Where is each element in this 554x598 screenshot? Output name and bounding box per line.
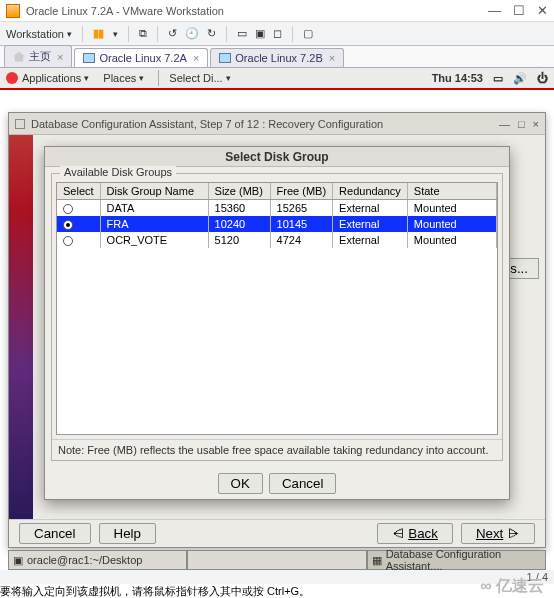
view3-icon[interactable]: ◻ xyxy=(273,27,282,40)
home-icon xyxy=(13,52,25,62)
table-row[interactable]: FRA1024010145ExternalMounted xyxy=(57,216,497,232)
cell-name: DATA xyxy=(100,200,208,217)
maximize-button[interactable]: ☐ xyxy=(513,3,525,18)
taskbar-empty[interactable] xyxy=(187,550,366,570)
gnome-top-bar: Applications ▾ Places ▾ Select Di... ▾ T… xyxy=(0,68,554,90)
ok-button[interactable]: OK xyxy=(218,473,263,494)
header-free[interactable]: Free (MB) xyxy=(270,183,333,200)
table-row[interactable]: OCR_VOTE51204724ExternalMounted xyxy=(57,232,497,248)
status-hint: 要将输入定向到该虚拟机，请将鼠标指针移入其中或按 Ctrl+G。 xyxy=(0,584,310,598)
vmware-tabs: 主页× Oracle Linux 7.2A× Oracle Linux 7.2B… xyxy=(0,46,554,68)
volume-icon[interactable]: ▭ xyxy=(493,72,503,85)
cancel-button[interactable]: Cancel xyxy=(19,523,91,544)
taskbar-dbca[interactable]: ▦Database Configuration Assistant,... xyxy=(367,550,546,570)
dbca-maximize[interactable]: □ xyxy=(518,118,525,130)
guest-taskbar: ▣oracle@rac1:~/Desktop ▦Database Configu… xyxy=(8,550,546,570)
cell-name: OCR_VOTE xyxy=(100,232,208,248)
vmware-toolbar: Workstation ▾ ▮▮ ▾ ⧉ ↺ 🕘 ↻ ▭ ▣ ◻ ▢ xyxy=(0,22,554,46)
cell-size: 15360 xyxy=(208,200,270,217)
sound-icon[interactable]: 🔊 xyxy=(513,72,527,85)
monitor-icon xyxy=(219,53,231,63)
view1-icon[interactable]: ▭ xyxy=(237,27,247,40)
power-icon[interactable]: ⏻ xyxy=(537,72,548,84)
terminal-icon: ▣ xyxy=(13,554,23,567)
vmware-icon xyxy=(6,4,20,18)
cell-state: Mounted xyxy=(407,200,496,217)
vmware-title: Oracle Linux 7.2A - VMware Workstation xyxy=(26,5,224,17)
dbca-titlebar: Database Configuration Assistant, Step 7… xyxy=(9,113,545,135)
dialog-title: Select Disk Group xyxy=(45,147,509,167)
dbca-minimize[interactable]: — xyxy=(499,118,510,130)
cell-free: 15265 xyxy=(270,200,333,217)
clock-icon[interactable]: 🕘 xyxy=(185,27,199,40)
fieldset-legend: Available Disk Groups xyxy=(60,166,176,178)
cell-redundancy: External xyxy=(333,200,408,217)
vmware-titlebar: Oracle Linux 7.2A - VMware Workstation —… xyxy=(0,0,554,22)
note-text: Note: Free (MB) reflects the usable free… xyxy=(52,439,502,460)
header-size[interactable]: Size (MB) xyxy=(208,183,270,200)
table-row[interactable]: DATA1536015265ExternalMounted xyxy=(57,200,497,217)
radio-select[interactable] xyxy=(63,220,73,230)
window-icon xyxy=(15,119,25,129)
cell-state: Mounted xyxy=(407,232,496,248)
applications-menu[interactable]: Applications ▾ xyxy=(22,72,89,84)
cell-redundancy: External xyxy=(333,232,408,248)
dialog-cancel-button[interactable]: Cancel xyxy=(269,473,337,494)
header-redundancy[interactable]: Redundancy xyxy=(333,183,408,200)
watermark: ∞ 亿速云 xyxy=(480,576,544,597)
dbca-title-text: Database Configuration Assistant, Step 7… xyxy=(31,118,383,130)
monitor-icon xyxy=(83,53,95,63)
cell-free: 4724 xyxy=(270,232,333,248)
cell-size: 10240 xyxy=(208,216,270,232)
close-button[interactable]: ✕ xyxy=(537,3,548,18)
minimize-button[interactable]: — xyxy=(488,3,501,18)
header-state[interactable]: State xyxy=(407,183,496,200)
dbca-nav-bar: Cancel Help ⩤ Back Next ⩥ xyxy=(9,519,545,547)
tab-home[interactable]: 主页× xyxy=(4,45,72,67)
dbca-close[interactable]: × xyxy=(533,118,539,130)
cell-state: Mounted xyxy=(407,216,496,232)
next-button[interactable]: Next ⩥ xyxy=(461,523,535,544)
back-button[interactable]: ⩤ Back xyxy=(377,523,453,544)
help-button[interactable]: Help xyxy=(99,523,156,544)
active-window-menu[interactable]: Select Di... ▾ xyxy=(169,72,230,84)
fullscreen-icon[interactable]: ▢ xyxy=(303,27,313,40)
disk-group-table: Select Disk Group Name Size (MB) Free (M… xyxy=(57,183,497,248)
snapshot-icon[interactable]: ⧉ xyxy=(139,27,147,40)
clock-fwd-icon[interactable]: ↻ xyxy=(207,27,216,40)
cell-free: 10145 xyxy=(270,216,333,232)
header-name[interactable]: Disk Group Name xyxy=(100,183,208,200)
tab-vm-b[interactable]: Oracle Linux 7.2B× xyxy=(210,48,344,67)
places-menu[interactable]: Places ▾ xyxy=(103,72,144,84)
pause-icon[interactable]: ▮▮ xyxy=(93,27,103,40)
taskbar-terminal[interactable]: ▣oracle@rac1:~/Desktop xyxy=(8,550,187,570)
workstation-menu[interactable]: Workstation ▾ xyxy=(6,28,72,40)
radio-select[interactable] xyxy=(63,204,73,214)
dbca-icon: ▦ xyxy=(372,554,382,567)
activities-icon[interactable] xyxy=(6,72,18,84)
view2-icon[interactable]: ▣ xyxy=(255,27,265,40)
header-select[interactable]: Select xyxy=(57,183,100,200)
clock-back-icon[interactable]: ↺ xyxy=(168,27,177,40)
tab-vm-a[interactable]: Oracle Linux 7.2A× xyxy=(74,48,208,67)
cell-size: 5120 xyxy=(208,232,270,248)
cell-name: FRA xyxy=(100,216,208,232)
cell-redundancy: External xyxy=(333,216,408,232)
radio-select[interactable] xyxy=(63,236,73,246)
vmware-statusbar: 1 / 4 xyxy=(0,570,554,584)
clock[interactable]: Thu 14:53 xyxy=(432,72,483,84)
dbca-sidebar-graphic xyxy=(9,135,33,519)
select-disk-group-dialog: Select Disk Group Available Disk Groups … xyxy=(44,146,510,500)
